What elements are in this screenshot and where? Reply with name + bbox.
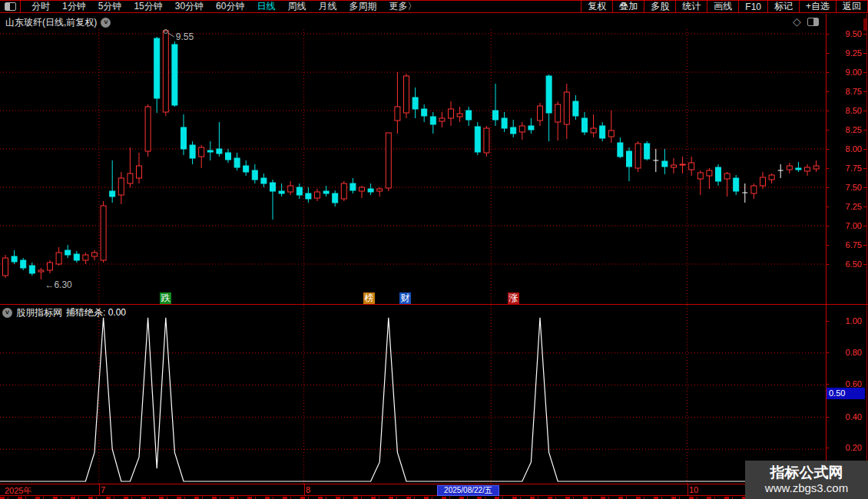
- period-tab-分时[interactable]: 分时: [25, 0, 56, 13]
- scrollbar-thumb[interactable]: [863, 18, 866, 31]
- price-axis-label: 6.50: [828, 259, 862, 269]
- price-axis-label: 8.75: [828, 87, 862, 96]
- split-left-icon: [5, 2, 16, 11]
- price-axis-label: 7.50: [828, 183, 862, 192]
- watermark-url: www.zbgs3.com: [765, 481, 848, 495]
- toolbar-button-复权[interactable]: 复权: [581, 1, 612, 12]
- toolbar-right-buttons: 复权叠加多股统计画线F10标记+自选返回: [581, 1, 868, 12]
- toolbar-button-画线[interactable]: 画线: [707, 1, 738, 12]
- period-tab-日线[interactable]: 日线: [250, 0, 281, 13]
- price-axis-label: 9.00: [828, 68, 862, 77]
- month-tick: [99, 484, 100, 495]
- time-axis: 2025年 2025/08/22/五 7810: [0, 484, 868, 496]
- indicator-axis-label: 0.80: [828, 348, 862, 357]
- price-axis-tick: [863, 53, 866, 54]
- price-axis-tick: [863, 130, 866, 131]
- price-axis-tick: [863, 149, 866, 150]
- price-axis-label: 9.50: [828, 29, 862, 38]
- svg-text:←6.30: ←6.30: [45, 279, 72, 290]
- month-label-10: 10: [689, 485, 698, 494]
- indicator-chart[interactable]: [0, 305, 826, 484]
- window-right-border: [866, 14, 867, 496]
- price-axis-label: 6.75: [828, 240, 862, 250]
- period-tab-1分钟[interactable]: 1分钟: [56, 0, 92, 13]
- price-axis-tick: [863, 72, 866, 73]
- price-axis-tick: [863, 187, 866, 188]
- period-tab-15分钟[interactable]: 15分钟: [128, 0, 168, 13]
- period-tab-60分钟[interactable]: 60分钟: [210, 0, 250, 13]
- chart-corner-icons: ◇: [793, 16, 825, 27]
- crosshair-value-box: 0.50: [827, 388, 865, 399]
- price-axis-label: 7.25: [828, 202, 862, 211]
- watermark-title: 指标公式网: [770, 464, 843, 481]
- event-badge-财[interactable]: 财: [399, 292, 411, 304]
- price-axis-border: [826, 14, 827, 496]
- month-tick: [304, 484, 305, 495]
- price-axis-tick: [863, 168, 866, 169]
- chart-title-row: 山东玻纤(日线,前复权) ˅: [5, 16, 111, 29]
- crosshair-date-box: 2025/08/22/五: [437, 485, 499, 496]
- stock-app-window: 分时1分钟5分钟15分钟30分钟60分钟日线周线月线多周期更多〉 复权叠加多股统…: [0, 0, 868, 499]
- period-tab-更多〉[interactable]: 更多〉: [383, 0, 422, 13]
- price-axis-label: 9.25: [828, 48, 862, 58]
- period-tab-月线[interactable]: 月线: [312, 0, 343, 13]
- event-badge-榜[interactable]: 榜: [363, 292, 375, 304]
- indicator-axis-label: 0.20: [828, 443, 862, 452]
- price-axis-label: 8.25: [828, 125, 862, 134]
- chart-title: 山东玻纤(日线,前复权): [5, 16, 97, 29]
- watermark: 指标公式网 www.zbgs3.com: [745, 461, 868, 499]
- toolbar-button-F10[interactable]: F10: [738, 1, 767, 12]
- top-toolbar: 分时1分钟5分钟15分钟30分钟60分钟日线周线月线多周期更多〉 复权叠加多股统…: [0, 0, 868, 13]
- price-axis-tick: [863, 226, 866, 226]
- period-tab-周线[interactable]: 周线: [281, 0, 312, 13]
- event-badge-跌[interactable]: 跌: [160, 292, 171, 304]
- price-axis-tick: [863, 245, 866, 246]
- indicator-source: 股朋指标网: [16, 306, 62, 319]
- toolbar-button-返回[interactable]: 返回: [836, 1, 868, 12]
- price-axis-label: 7.75: [828, 164, 862, 173]
- panel-divider[interactable]: [0, 304, 868, 305]
- chevron-down-icon[interactable]: ˅: [2, 308, 12, 318]
- month-label-8: 8: [306, 485, 310, 494]
- period-menu: 分时1分钟5分钟15分钟30分钟60分钟日线周线月线多周期更多〉: [21, 1, 581, 12]
- toolbar-button-叠加[interactable]: 叠加: [612, 1, 644, 12]
- window-layout-button[interactable]: [0, 1, 21, 12]
- chevron-down-icon[interactable]: ˅: [101, 18, 111, 28]
- period-tab-多周期[interactable]: 多周期: [343, 0, 383, 13]
- price-axis-tick: [863, 91, 866, 92]
- price-axis-tick: [863, 111, 866, 111]
- price-axis-tick: [863, 34, 866, 35]
- event-badge-涨[interactable]: 涨: [508, 292, 519, 304]
- year-label: 2025年: [5, 485, 31, 497]
- price-axis-label: 8.00: [828, 144, 862, 154]
- price-axis-tick: [863, 207, 866, 207]
- indicator-header: ˅ 股朋指标网 捕猎绝杀: 0.00: [2, 306, 126, 319]
- price-axis-label: 7.00: [828, 221, 862, 230]
- price-axis-label: 8.50: [828, 106, 862, 115]
- diamond-icon[interactable]: ◇: [793, 16, 801, 27]
- split-right-icon[interactable]: [807, 18, 819, 26]
- toolbar-button-统计[interactable]: 统计: [675, 1, 707, 12]
- price-axis-tick: [863, 264, 866, 265]
- toolbar-button-多股[interactable]: 多股: [644, 1, 675, 12]
- period-tab-30分钟[interactable]: 30分钟: [169, 0, 210, 13]
- period-tab-5分钟[interactable]: 5分钟: [92, 0, 128, 13]
- month-tick: [687, 484, 688, 495]
- month-label-7: 7: [101, 485, 105, 494]
- indicator-axis-label: 0.40: [828, 412, 862, 421]
- toolbar-button-+自选[interactable]: +自选: [799, 1, 836, 12]
- toolbar-button-标记[interactable]: 标记: [767, 1, 799, 12]
- indicator-value-readout: 捕猎绝杀: 0.00: [66, 306, 126, 319]
- candlestick-chart[interactable]: 9.55←6.30: [0, 29, 826, 305]
- indicator-axis-label: 1.00: [828, 316, 862, 326]
- svg-text:9.55: 9.55: [176, 31, 194, 42]
